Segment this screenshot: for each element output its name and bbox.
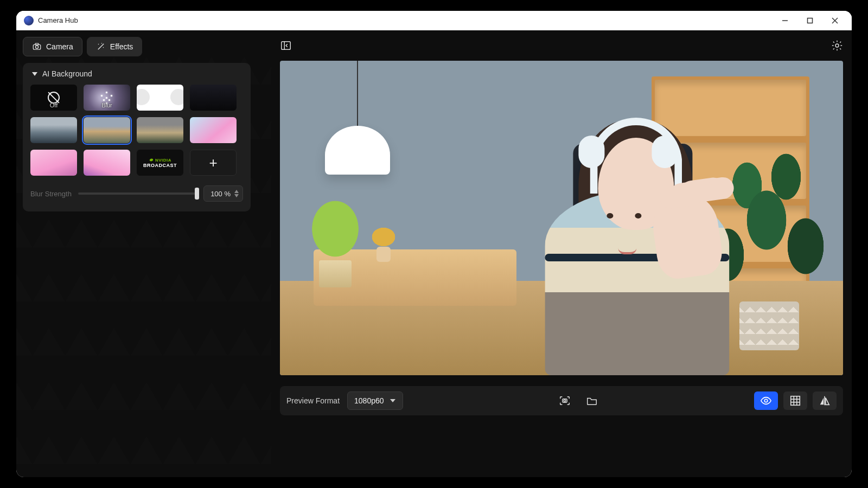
blur-strength-value-box[interactable]: 100 % (203, 185, 243, 202)
blur-strength-row: Blur Strength 100 % (30, 185, 243, 202)
bottom-bar: Preview Format 1080p60 (280, 386, 843, 415)
tab-effects-label: Effects (110, 42, 133, 51)
bg-option-add[interactable]: + (190, 150, 237, 176)
svg-rect-6 (35, 43, 39, 45)
svg-rect-1 (808, 18, 813, 23)
svg-point-9 (103, 47, 104, 48)
panel-header[interactable]: AI Background (30, 69, 243, 78)
nvidia-brand-text: NVIDIA (155, 158, 171, 163)
maximize-icon (807, 17, 813, 24)
window-maximize-button[interactable] (797, 11, 822, 30)
settings-button[interactable] (831, 40, 843, 52)
blur-strength-value: 100 % (210, 190, 231, 198)
camera-icon (32, 42, 42, 52)
mode-tabs: Camera Effects (23, 37, 265, 56)
eye-icon (760, 395, 772, 407)
nvidia-broadcast-text: BROADCAST (143, 163, 177, 168)
preview-format-label: Preview Format (286, 396, 340, 405)
wand-icon (96, 42, 106, 52)
svg-point-10 (101, 43, 103, 44)
snapshot-icon (559, 395, 571, 407)
top-toolbar (271, 30, 852, 61)
bg-option-blur[interactable]: Blur (84, 85, 130, 111)
tab-effects[interactable]: Effects (87, 37, 143, 56)
svg-point-5 (35, 46, 38, 48)
camera-preview (280, 61, 843, 375)
bg-option-pink-2[interactable] (84, 150, 130, 176)
preview-format-value: 1080p60 (354, 396, 384, 405)
blur-strength-stepper[interactable] (234, 189, 239, 198)
bg-option-office-2[interactable] (137, 117, 183, 143)
titlebar: Camera Hub (16, 11, 852, 30)
main-area: Preview Format 1080p60 (271, 30, 852, 477)
collapse-sidebar-button[interactable] (280, 40, 292, 52)
nvidia-logo: NVIDIA (149, 157, 171, 163)
tab-camera-label: Camera (46, 42, 73, 51)
preview-format-select[interactable]: 1080p60 (347, 391, 403, 410)
bg-option-nvidia-broadcast[interactable]: NVIDIA BROADCAST (137, 150, 183, 176)
bg-option-anime-room[interactable] (190, 117, 237, 143)
window-close-button[interactable] (822, 11, 847, 30)
mirror-icon (819, 395, 831, 407)
bg-option-off[interactable]: Off (30, 85, 77, 111)
bg-option-off-label: Off (30, 102, 77, 108)
sidebar: Camera Effects AI Background Off (16, 30, 271, 477)
background-grid: Off Blur (30, 85, 243, 176)
bg-option-white[interactable] (137, 85, 183, 111)
folder-icon (586, 395, 598, 407)
bg-option-office-1[interactable] (30, 117, 77, 143)
open-folder-button[interactable] (586, 395, 598, 407)
snapshot-button[interactable] (559, 395, 571, 407)
grid-icon (789, 395, 801, 407)
svg-marker-17 (390, 399, 395, 402)
preview-scene (280, 61, 843, 375)
blur-strength-slider[interactable] (78, 192, 197, 195)
app-title: Camera Hub (38, 16, 78, 24)
plus-icon: + (209, 155, 217, 171)
preview-mode-mirror[interactable] (813, 391, 837, 410)
close-icon (832, 17, 838, 24)
slider-handle[interactable] (195, 188, 199, 200)
preview-mode-group (754, 391, 837, 410)
ai-background-panel: AI Background Off Blur (23, 63, 251, 211)
svg-point-19 (564, 400, 566, 402)
window-minimize-button[interactable] (773, 11, 797, 30)
panel-title: AI Background (42, 69, 92, 78)
svg-marker-28 (826, 398, 829, 405)
svg-point-20 (764, 399, 768, 402)
preview-mode-grid[interactable] (783, 391, 807, 410)
svg-point-16 (835, 44, 839, 47)
tab-camera[interactable]: Camera (23, 37, 82, 56)
svg-rect-21 (791, 396, 800, 406)
center-action-group (411, 395, 746, 407)
bg-option-dark[interactable] (190, 85, 237, 111)
svg-marker-27 (820, 398, 824, 405)
svg-point-8 (98, 44, 99, 45)
stepper-up-icon (234, 189, 239, 194)
collapse-icon (280, 40, 292, 52)
bg-option-pink-1[interactable] (30, 150, 77, 176)
svg-marker-13 (234, 194, 239, 197)
app-window: Camera Hub Camera Effects (16, 11, 852, 477)
chevron-down-icon (31, 70, 38, 77)
bg-option-blur-label: Blur (84, 102, 130, 108)
stepper-down-icon (234, 194, 239, 198)
svg-line-7 (98, 44, 104, 50)
minimize-icon (782, 17, 788, 24)
svg-marker-11 (32, 72, 37, 76)
app-icon (24, 16, 34, 25)
gear-icon (831, 40, 843, 52)
blur-strength-label: Blur Strength (30, 190, 72, 198)
preview-mode-eye[interactable] (754, 391, 778, 410)
svg-marker-12 (234, 190, 239, 193)
chevron-down-icon (390, 397, 396, 404)
bg-option-living-room[interactable] (84, 117, 130, 143)
